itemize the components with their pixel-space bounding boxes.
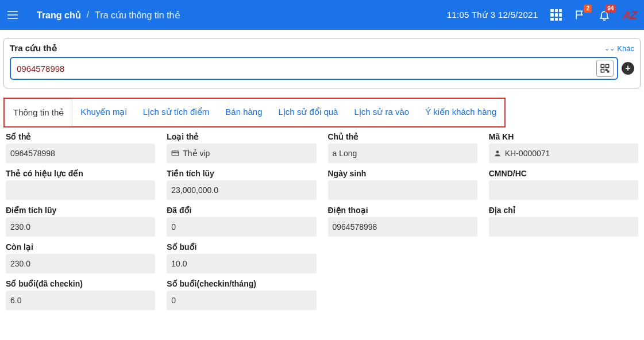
- flag-badge: 2: [584, 5, 592, 13]
- field-dien-thoai: Điện thoại 0964578998: [328, 206, 477, 237]
- tab-lich-su-ra-vao[interactable]: Lịch sử ra vào: [346, 99, 417, 126]
- input-tien-tich-luy[interactable]: 23,000,000.0: [167, 180, 316, 200]
- breadcrumb-separator: /: [87, 10, 89, 20]
- search-input[interactable]: [17, 64, 596, 74]
- input-hieu-luc[interactable]: [6, 180, 155, 200]
- label-tien-tich-luy: Tiền tích lũy: [167, 169, 316, 178]
- add-button[interactable]: +: [622, 62, 634, 75]
- label-cmnd: CMND/HC: [489, 169, 638, 178]
- tab-thong-tin-the[interactable]: Thông tin thẻ: [5, 99, 72, 126]
- chevron-double-down-icon: ⌄⌄: [604, 45, 615, 52]
- header-right: 11:05 Thứ 3 12/5/2021 2 94 AZ: [447, 9, 637, 22]
- label-so-the: Số thẻ: [6, 132, 155, 141]
- person-icon: [493, 149, 502, 157]
- qr-icon: [600, 63, 610, 74]
- field-diem-tich-luy: Điểm tích lũy 230.0: [6, 206, 155, 237]
- menu-button[interactable]: [0, 0, 25, 30]
- input-cmnd[interactable]: [489, 180, 638, 200]
- field-ngay-sinh: Ngày sinh: [328, 169, 477, 200]
- label-ma-kh: Mã KH: [489, 132, 638, 141]
- qr-button[interactable]: [596, 60, 614, 77]
- card-icon: [171, 149, 179, 157]
- tab-list: Thông tin thẻ Khuyến mại Lịch sử tích đi…: [5, 99, 504, 126]
- svg-rect-4: [608, 71, 609, 72]
- input-con-lai[interactable]: 230.0: [6, 254, 155, 273]
- input-dia-chi[interactable]: [489, 217, 638, 237]
- value-dien-thoai: 0964578998: [333, 222, 377, 231]
- label-chu-the: Chủ thẻ: [328, 132, 477, 141]
- input-so-buoi-thang[interactable]: 0: [167, 291, 316, 310]
- svg-rect-3: [606, 69, 607, 71]
- label-dien-thoai: Điện thoại: [328, 206, 477, 215]
- value-so-buoi: 10.0: [171, 259, 187, 268]
- input-loai-the[interactable]: Thẻ vip: [167, 144, 316, 163]
- field-da-doi: Đã đổi 0: [167, 206, 316, 237]
- field-loai-the: Loại thẻ Thẻ vip: [167, 132, 316, 163]
- top-header: Trang chủ / Tra cứu thông tin thẻ 11:05 …: [0, 0, 644, 30]
- tab-lich-su-tich-diem[interactable]: Lịch sử tích điểm: [135, 99, 218, 126]
- breadcrumb-current: Tra cứu thông tin thẻ: [95, 10, 180, 21]
- field-tien-tich-luy: Tiền tích lũy 23,000,000.0: [167, 169, 316, 200]
- tab-ban-hang[interactable]: Bán hàng: [217, 99, 270, 126]
- input-ma-kh[interactable]: KH-0000071: [489, 144, 638, 163]
- svg-rect-5: [172, 151, 179, 156]
- label-con-lai: Còn lại: [6, 242, 155, 252]
- search-panel: Tra cứu thẻ ⌄⌄ Khác +: [3, 38, 641, 88]
- tab-khuyen-mai[interactable]: Khuyến mại: [72, 99, 135, 126]
- input-da-doi[interactable]: 0: [167, 217, 316, 237]
- input-so-buoi[interactable]: 10.0: [167, 254, 316, 273]
- svg-point-6: [496, 150, 499, 153]
- field-ma-kh: Mã KH KH-0000071: [489, 132, 638, 163]
- search-box: [10, 57, 618, 80]
- notifications-bell-button[interactable]: 94: [599, 9, 610, 21]
- input-ngay-sinh[interactable]: [328, 180, 477, 200]
- field-so-buoi-checkin: Số buổi(đã checkin) 6.0: [6, 279, 155, 310]
- label-dia-chi: Địa chỉ: [489, 206, 638, 215]
- field-dia-chi: Địa chỉ: [489, 206, 638, 237]
- input-dien-thoai[interactable]: 0964578998: [328, 217, 477, 237]
- value-tien-tich-luy: 23,000,000.0: [171, 186, 218, 195]
- hamburger-icon: [7, 11, 18, 19]
- input-so-buoi-checkin[interactable]: 6.0: [6, 291, 155, 310]
- input-diem-tich-luy[interactable]: 230.0: [6, 217, 155, 237]
- field-so-buoi: Số buổi 10.0: [167, 242, 316, 273]
- label-loai-the: Loại thẻ: [167, 132, 316, 141]
- breadcrumb-home[interactable]: Trang chủ: [37, 10, 81, 21]
- input-chu-the[interactable]: a Long: [328, 144, 477, 163]
- field-hieu-luc: Thẻ có hiệu lực đến: [6, 169, 155, 200]
- label-hieu-luc: Thẻ có hiệu lực đến: [6, 169, 155, 178]
- field-so-buoi-thang: Số buổi(checkin/tháng) 0: [167, 279, 316, 310]
- label-so-buoi: Số buổi: [167, 242, 316, 252]
- value-so-buoi-checkin: 6.0: [10, 296, 21, 305]
- header-datetime: 11:05 Thứ 3 12/5/2021: [447, 10, 538, 20]
- svg-rect-0: [601, 64, 604, 67]
- value-so-buoi-thang: 0: [171, 296, 176, 305]
- field-so-the: Số thẻ 0964578998: [6, 132, 155, 163]
- label-diem-tich-luy: Điểm tích lũy: [6, 206, 155, 215]
- label-ngay-sinh: Ngày sinh: [328, 169, 477, 178]
- value-da-doi: 0: [171, 222, 176, 231]
- svg-rect-1: [606, 64, 609, 67]
- tab-lich-su-doi-qua[interactable]: Lịch sử đổi quà: [271, 99, 346, 126]
- notifications-flag-button[interactable]: 2: [574, 9, 586, 21]
- input-so-the[interactable]: 0964578998: [6, 144, 155, 163]
- value-diem-tich-luy: 230.0: [10, 222, 30, 231]
- value-chu-the: a Long: [333, 149, 357, 158]
- label-so-buoi-thang: Số buổi(checkin/tháng): [167, 279, 316, 288]
- plus-icon: +: [625, 63, 630, 74]
- apps-button[interactable]: [550, 9, 562, 21]
- svg-rect-2: [601, 69, 604, 72]
- label-so-buoi-checkin: Số buổi(đã checkin): [6, 279, 155, 288]
- value-con-lai: 230.0: [10, 259, 30, 268]
- grid-icon: [550, 9, 562, 21]
- tabs-container: Thông tin thẻ Khuyến mại Lịch sử tích đi…: [3, 88, 641, 128]
- app-logo[interactable]: AZ: [623, 9, 637, 22]
- tab-y-kien-khach-hang[interactable]: Ý kiến khách hàng: [417, 99, 504, 126]
- label-da-doi: Đã đổi: [167, 206, 316, 215]
- other-label: Khác: [617, 44, 634, 53]
- field-chu-the: Chủ thẻ a Long: [328, 132, 477, 163]
- fields-grid: Số thẻ 0964578998 Loại thẻ Thẻ vip Chủ t…: [0, 128, 644, 319]
- tabs-highlight-box: Thông tin thẻ Khuyến mại Lịch sử tích đi…: [3, 98, 506, 128]
- value-ma-kh: KH-0000071: [505, 149, 550, 158]
- other-toggle[interactable]: ⌄⌄ Khác: [604, 44, 634, 53]
